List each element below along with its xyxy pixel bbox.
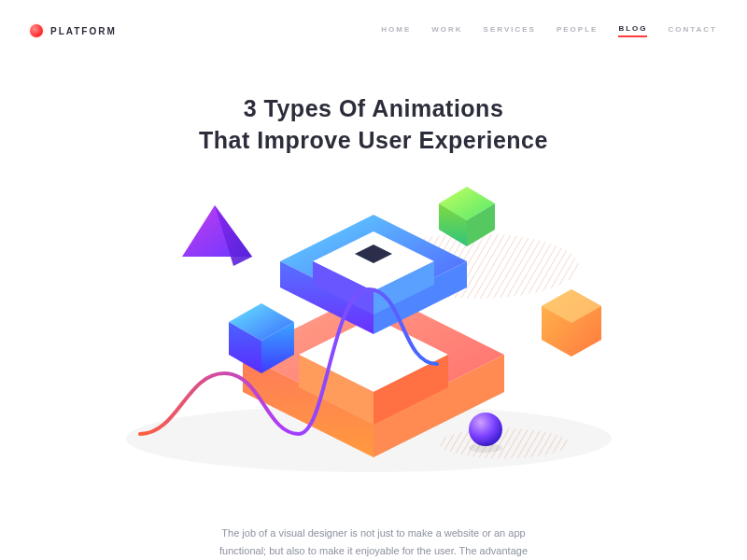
svg-point-28 xyxy=(469,443,502,453)
svg-point-26 xyxy=(439,428,570,458)
nav-item-blog[interactable]: BLOG xyxy=(618,24,647,37)
logo-icon xyxy=(30,24,43,37)
title-line-2: That Improve User Experience xyxy=(0,125,747,157)
nav-item-services[interactable]: SERVICES xyxy=(484,25,536,36)
nav-item-people[interactable]: PEOPLE xyxy=(557,25,598,36)
svg-point-27 xyxy=(469,413,502,446)
nav-item-contact[interactable]: CONTACT xyxy=(668,25,717,36)
brand-name: PLATFORM xyxy=(50,26,117,36)
nav-item-home[interactable]: HOME xyxy=(381,25,411,36)
intro-line-1: The job of a visual designer is not just… xyxy=(221,527,525,539)
header: PLATFORM HOME WORK SERVICES PEOPLE BLOG … xyxy=(0,0,747,45)
intro-line-2: functional; but also to make it enjoyabl… xyxy=(219,545,528,556)
title-line-1: 3 Types Of Animations xyxy=(0,93,747,125)
hero-illustration-svg xyxy=(0,177,747,495)
hero-illustration xyxy=(0,177,747,495)
article-intro: The job of a visual designer is not just… xyxy=(0,525,747,559)
nav-item-work[interactable]: WORK xyxy=(431,25,462,36)
brand[interactable]: PLATFORM xyxy=(30,24,117,37)
primary-nav: HOME WORK SERVICES PEOPLE BLOG CONTACT xyxy=(381,24,717,37)
article-title: 3 Types Of Animations That Improve User … xyxy=(0,93,747,157)
